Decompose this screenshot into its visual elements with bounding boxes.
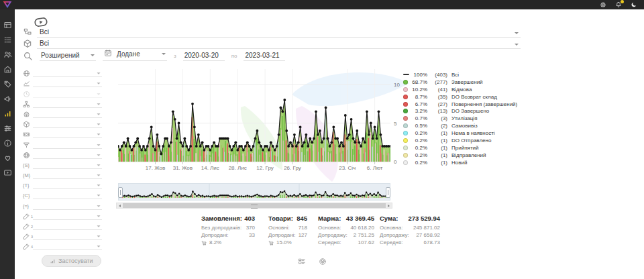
legend-item[interactable]: 68.7%(277)Завершений — [403, 78, 517, 86]
legend-item[interactable]: 0.7%(3)Утилізація — [403, 115, 517, 122]
search-mode-select[interactable]: Розширений — [40, 52, 96, 61]
legend-item[interactable]: 0.2%(1)Нема в наявності — [403, 129, 517, 137]
apply-button[interactable]: Застосувати — [42, 255, 101, 267]
web-filter-input[interactable] — [33, 150, 102, 159]
legend-item[interactable]: 6.7%(27)Повернення (завершений) — [403, 101, 517, 108]
app-logo[interactable] — [2, 1, 13, 9]
rail-item-loyalty-icon[interactable] — [0, 150, 15, 165]
chart-range-navigator[interactable] — [118, 183, 390, 201]
s-param-filter-icon: {S} — [23, 162, 33, 169]
categories-filter-input[interactable]: Всі — [37, 28, 521, 38]
legend-label: Утилізація — [449, 115, 477, 121]
x-axis-tick-label: 31. Жов — [173, 165, 193, 171]
legend-label: Прийнятий — [449, 145, 479, 151]
custom-field-4-filter-input[interactable] — [33, 241, 102, 250]
products-filter-value: Всі — [40, 40, 49, 47]
legend-label: Самовивіз — [449, 123, 478, 129]
rail-item-announcements-icon[interactable] — [0, 91, 15, 106]
chevron-down-icon — [515, 44, 519, 46]
legend-count: (1) — [429, 145, 447, 151]
product-filter-input[interactable] — [33, 119, 102, 128]
payment-filter-input[interactable] — [33, 129, 102, 138]
legend-dot-swatch — [403, 116, 408, 121]
legend-item[interactable]: 0.2%(1)Новий — [403, 159, 517, 166]
c-param-filter-input[interactable] — [33, 190, 102, 199]
stat-row: Основні:718 — [268, 224, 307, 231]
x-axis-tick-label: 14. Лис — [201, 165, 219, 171]
rail-item-price-tags-icon[interactable] — [0, 76, 15, 91]
legend-dot-swatch — [403, 95, 408, 99]
filter-row-c-param-filter: {С} — [23, 189, 102, 199]
cart-icon — [268, 240, 274, 246]
time-filter-input[interactable] — [33, 89, 102, 98]
left-nav-rail — [0, 9, 15, 279]
date-to-label: по — [231, 53, 237, 61]
legend-percent: 0.2% — [410, 130, 427, 136]
legend-item[interactable]: 0.2%(1)DO Отправлено — [403, 137, 517, 144]
notifications-bell-icon[interactable] — [614, 1, 622, 9]
rail-item-orders-list-icon[interactable] — [0, 32, 15, 47]
legend-label: Нема в наявності — [449, 130, 495, 136]
identity-filter-input[interactable] — [33, 109, 102, 118]
legend-item[interactable]: 0.2%(1)Прийнятий — [403, 144, 517, 152]
custom-field-3-filter-input[interactable] — [33, 231, 102, 240]
filter-row-custom-field-2-filter: 2 — [23, 220, 102, 230]
chevron-down-icon — [97, 144, 100, 146]
legend-item[interactable]: 0.5%(2)Самовивіз — [403, 122, 517, 129]
rail-item-info-icon[interactable] — [0, 135, 15, 150]
scroll-left-arrow[interactable] — [117, 203, 123, 208]
theme-moon-icon[interactable] — [630, 1, 637, 9]
custom-field-1-filter-input[interactable] — [33, 211, 102, 220]
rail-item-customers-icon[interactable] — [0, 47, 15, 62]
fingerprint-icon[interactable] — [599, 1, 606, 9]
list-view-icon[interactable] — [298, 258, 306, 266]
products-filter-input[interactable]: Всі — [37, 40, 521, 49]
mini-chart-icon — [50, 258, 56, 264]
rail-item-video-guides-icon[interactable] — [0, 165, 15, 180]
date-to-input[interactable]: 2023-03-21 — [244, 52, 285, 61]
country-filter-input[interactable] — [33, 68, 102, 77]
stat-column: Маржа:43 369.45Основна:40 618.20Допродаж… — [318, 215, 374, 247]
filter-row-identity-filter — [23, 108, 102, 118]
legend-item[interactable]: 100%(403)Всі — [403, 71, 517, 78]
legend-item[interactable]: 3.2%(13)DO Завершено — [403, 107, 517, 115]
rail-item-statistics-icon[interactable] — [0, 106, 15, 121]
legend-percent: 3.2% — [410, 108, 427, 114]
country-filter-icon — [23, 70, 33, 77]
legend-item[interactable]: 8.7%(35)DO Возврат склад — [403, 93, 517, 101]
m-param-filter-input[interactable] — [33, 170, 102, 179]
search-icon[interactable] — [23, 51, 33, 61]
navigator-left-handle[interactable] — [118, 187, 123, 198]
filter-row-product-filter — [23, 118, 102, 128]
navigator-right-handle[interactable] — [386, 187, 390, 198]
s-param-filter-input[interactable] — [33, 160, 102, 169]
rail-item-dashboard-icon[interactable] — [0, 17, 15, 32]
legend-count: (1) — [429, 152, 447, 158]
scrollbar-thumb[interactable] — [123, 203, 386, 208]
legend-item[interactable]: 0.2%(1)Відправлений — [403, 152, 517, 159]
custom-field-2-filter-input[interactable] — [33, 221, 102, 230]
legend-percent: 100% — [410, 72, 427, 78]
date-from-input[interactable]: 2020-03-20 — [183, 52, 225, 61]
funnel-filter-input[interactable] — [33, 140, 102, 149]
date-field-select[interactable]: Додане — [103, 49, 167, 61]
analytics-filter-input[interactable] — [33, 78, 102, 87]
legend-count: (1) — [429, 130, 447, 136]
structure-filter-input[interactable] — [33, 99, 102, 108]
t-param-filter-input[interactable] — [33, 180, 102, 189]
filter-row-custom-field-4-filter: 4 — [23, 240, 102, 250]
chevron-down-icon — [97, 205, 100, 207]
legend-item[interactable]: 10.2%(41)Відмова — [403, 86, 517, 93]
orders-chart[interactable] — [118, 69, 390, 165]
legend-count: (3) — [429, 115, 447, 121]
chart-scrollbar[interactable] — [116, 203, 392, 209]
rail-item-store-icon[interactable] — [0, 62, 15, 76]
product-filter-icon — [23, 121, 33, 128]
legend-dot-swatch — [403, 109, 408, 113]
video-help-toggle-icon[interactable] — [34, 15, 50, 26]
scroll-right-arrow[interactable] — [386, 203, 392, 208]
stat-row: Середня:678.73 — [380, 239, 440, 246]
approx-param-filter-input[interactable] — [33, 201, 102, 210]
box-view-icon[interactable] — [319, 258, 327, 266]
rail-item-settings-sliders-icon[interactable] — [0, 121, 15, 135]
